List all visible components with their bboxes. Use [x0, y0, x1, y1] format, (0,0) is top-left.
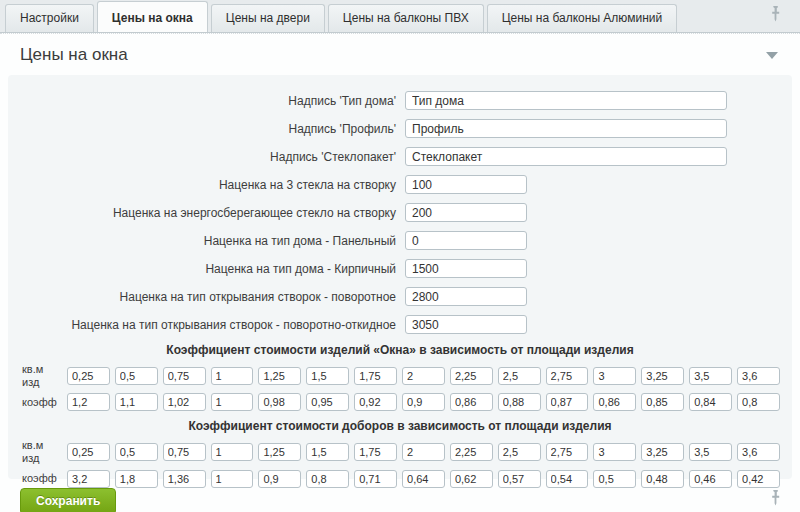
- area-input[interactable]: [115, 367, 158, 385]
- coeff-input[interactable]: [641, 393, 684, 411]
- field-input[interactable]: [405, 259, 527, 278]
- form-row: Надпись 'Тип дома': [20, 91, 780, 110]
- form-row: Наценка на 3 стекла на створку: [20, 175, 780, 194]
- area-input[interactable]: [593, 367, 636, 385]
- coef-row-label: кв.м изд: [20, 363, 62, 388]
- coeff-input[interactable]: [163, 393, 206, 411]
- field-label: Надпись 'Тип дома': [20, 94, 405, 108]
- coeff-input[interactable]: [306, 393, 349, 411]
- field-input[interactable]: [405, 315, 527, 334]
- tab[interactable]: Цены на балконы Алюминий: [487, 4, 678, 32]
- form-row: Надпись 'Профиль': [20, 119, 780, 138]
- tab[interactable]: Цены на балконы ПВХ: [328, 4, 484, 32]
- field-label: Надпись 'Профиль': [20, 122, 405, 136]
- tab[interactable]: Настройки: [5, 4, 94, 32]
- field-input[interactable]: [405, 119, 727, 138]
- area-input[interactable]: [546, 367, 589, 385]
- panel-header: Цены на окна: [0, 34, 800, 75]
- form-row: Наценка на тип открывания створок - пово…: [20, 287, 780, 306]
- field-input[interactable]: [405, 147, 727, 166]
- coeff-input[interactable]: [737, 393, 780, 411]
- coeff-input[interactable]: [354, 393, 397, 411]
- area-input[interactable]: [641, 367, 684, 385]
- field-label: Наценка на тип дома - Панельный: [20, 234, 405, 248]
- field-label: Наценка на 3 стекла на створку: [20, 178, 405, 192]
- area-input[interactable]: [258, 443, 301, 461]
- field-label: Наценка на тип открывания створок - пово…: [20, 290, 405, 304]
- field-label: Надпись 'Стеклопакет': [20, 150, 405, 164]
- coef-row-label: коэфф: [20, 396, 62, 409]
- field-input[interactable]: [405, 175, 527, 194]
- coeff-input[interactable]: [498, 393, 541, 411]
- area-input[interactable]: [306, 367, 349, 385]
- field-input[interactable]: [405, 287, 527, 306]
- area-input[interactable]: [306, 443, 349, 461]
- pin-icon[interactable]: [769, 5, 782, 22]
- area-input[interactable]: [498, 367, 541, 385]
- panel-prices-windows: Цены на окна Надпись 'Тип дома'Надпись '…: [0, 33, 800, 512]
- form-row: Наценка на энергосберегающее стекло на с…: [20, 203, 780, 222]
- form-row: Надпись 'Стеклопакет': [20, 147, 780, 166]
- footer: Сохранить: [0, 479, 800, 512]
- coeff-input[interactable]: [450, 393, 493, 411]
- chevron-down-icon[interactable]: [766, 52, 778, 59]
- area-input[interactable]: [641, 443, 684, 461]
- area-input[interactable]: [115, 443, 158, 461]
- area-input[interactable]: [67, 367, 110, 385]
- coef-row-label: кв.м изд: [20, 439, 62, 464]
- form-row: Наценка на тип дома - Панельный: [20, 231, 780, 250]
- coeff-input[interactable]: [258, 393, 301, 411]
- field-input[interactable]: [405, 203, 527, 222]
- coef-row: кв.м изд: [20, 439, 780, 464]
- area-input[interactable]: [402, 367, 445, 385]
- area-input[interactable]: [354, 443, 397, 461]
- section-title: Коэффициент стоимости доборов в зависимо…: [20, 419, 780, 433]
- page-title: Цены на окна: [20, 45, 128, 64]
- coeff-input[interactable]: [211, 393, 254, 411]
- section-title: Коэффициент стоимости изделий «Окна» в з…: [20, 343, 780, 357]
- area-input[interactable]: [354, 367, 397, 385]
- field-input[interactable]: [405, 91, 727, 110]
- coeff-input[interactable]: [689, 393, 732, 411]
- coeff-input[interactable]: [593, 393, 636, 411]
- tab[interactable]: Цены на двери: [211, 4, 325, 32]
- area-input[interactable]: [402, 443, 445, 461]
- tab-bar: НастройкиЦены на окнаЦены на двериЦены н…: [0, 0, 800, 33]
- area-input[interactable]: [450, 367, 493, 385]
- area-input[interactable]: [593, 443, 636, 461]
- form-row: Наценка на тип открывания створок - пово…: [20, 315, 780, 334]
- area-input[interactable]: [258, 367, 301, 385]
- area-input[interactable]: [450, 443, 493, 461]
- form-fields: Надпись 'Тип дома'Надпись 'Профиль'Надпи…: [20, 91, 780, 334]
- area-input[interactable]: [689, 443, 732, 461]
- area-input[interactable]: [546, 443, 589, 461]
- save-button[interactable]: Сохранить: [20, 488, 116, 512]
- coeff-input[interactable]: [115, 393, 158, 411]
- settings-form: Надпись 'Тип дома'Надпись 'Профиль'Надпи…: [8, 75, 792, 479]
- area-input[interactable]: [67, 443, 110, 461]
- form-row: Наценка на тип дома - Кирпичный: [20, 259, 780, 278]
- coeff-input[interactable]: [67, 393, 110, 411]
- field-label: Наценка на тип открывания створок - пово…: [20, 318, 405, 332]
- area-input[interactable]: [737, 443, 780, 461]
- field-label: Наценка на тип дома - Кирпичный: [20, 262, 405, 276]
- area-input[interactable]: [163, 367, 206, 385]
- coef-row: коэфф: [20, 393, 780, 411]
- field-label: Наценка на энергосберегающее стекло на с…: [20, 206, 405, 220]
- area-input[interactable]: [211, 367, 254, 385]
- area-input[interactable]: [163, 443, 206, 461]
- area-input[interactable]: [498, 443, 541, 461]
- coef-row: кв.м изд: [20, 363, 780, 388]
- tab[interactable]: Цены на окна: [97, 1, 208, 32]
- area-input[interactable]: [689, 367, 732, 385]
- area-input[interactable]: [737, 367, 780, 385]
- coefficient-sections: Коэффициент стоимости изделий «Окна» в з…: [20, 343, 780, 488]
- coeff-input[interactable]: [546, 393, 589, 411]
- coeff-input[interactable]: [402, 393, 445, 411]
- area-input[interactable]: [211, 443, 254, 461]
- pin-icon[interactable]: [769, 489, 782, 506]
- field-input[interactable]: [405, 231, 527, 250]
